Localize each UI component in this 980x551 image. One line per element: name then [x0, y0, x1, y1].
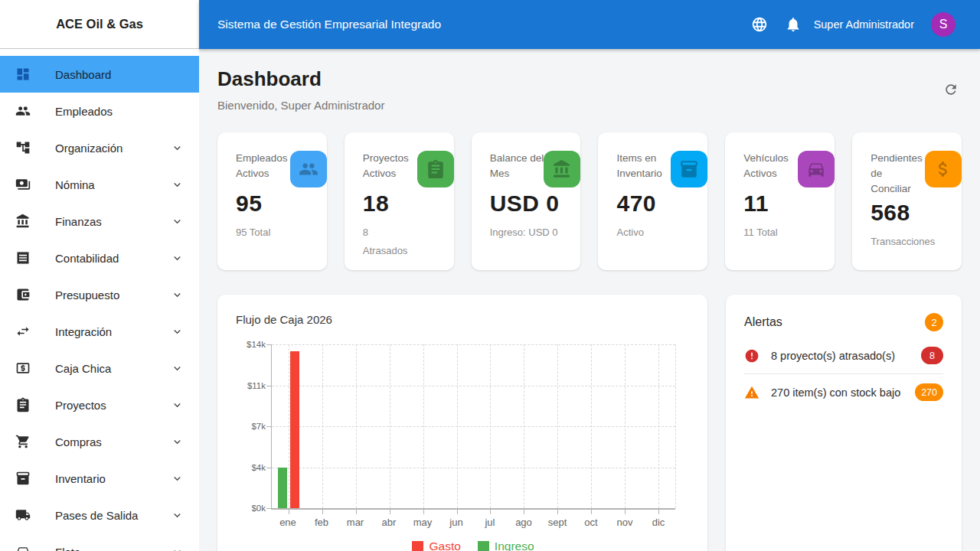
sidebar-item-label: Flota [55, 546, 171, 551]
alert-row[interactable]: 8 proyecto(s) atrasado(s)8 [744, 337, 943, 374]
car-icon [798, 151, 835, 187]
sidebar-item-integracion[interactable]: Integración [0, 313, 199, 350]
chevron-down-icon [171, 546, 184, 551]
refresh-button[interactable] [940, 79, 962, 100]
cart-icon [15, 434, 31, 449]
car-icon [15, 544, 31, 551]
wallet-icon [15, 287, 31, 302]
sidebar-item-caja-chica[interactable]: Caja Chica [0, 350, 199, 386]
x-tick-label: jul [473, 517, 507, 528]
stat-subtitle: Activo [616, 223, 707, 242]
chevron-down-icon [171, 178, 184, 191]
sidebar-item-contabilidad[interactable]: Contabilidad [0, 240, 199, 276]
sidebar-item-nomina[interactable]: Nómina [0, 166, 199, 203]
x-tick-mark [557, 510, 558, 514]
sidebar-item-inventario[interactable]: Inventario [0, 460, 199, 497]
language-icon[interactable] [751, 16, 768, 33]
sidebar-item-flota[interactable]: Flota [0, 533, 199, 551]
chevron-down-icon [171, 435, 184, 448]
alerts-header: Alertas 2 [744, 313, 943, 331]
sidebar-item-label: Nómina [55, 178, 171, 191]
x-tick-mark [390, 510, 390, 514]
sidebar-item-label: Compras [55, 435, 171, 448]
chevron-down-icon [171, 289, 184, 302]
sidebar-item-label: Integración [55, 325, 171, 338]
legend-swatch [412, 541, 423, 551]
chevron-down-icon [171, 472, 184, 485]
x-tick-label: nov [608, 517, 642, 528]
user-name[interactable]: Super Administrador [814, 18, 914, 31]
people-icon [15, 103, 31, 119]
y-tick-label: $7k [251, 422, 266, 431]
org-tree-icon [15, 140, 31, 155]
alerts-count-badge: 2 [925, 313, 943, 331]
x-tick-label: sept [541, 517, 574, 528]
sidebar-item-proyectos[interactable]: Proyectos [0, 386, 199, 423]
x-tick-mark [524, 510, 524, 514]
stat-card-pendientes-de-conciliar: Pendientes de Conciliar568Transacciones [852, 132, 962, 270]
stat-value: USD 0 [490, 191, 581, 217]
notifications-icon [785, 16, 802, 33]
bar-group-may [407, 344, 440, 508]
x-tick-mark [289, 510, 289, 514]
chevron-down-icon [171, 215, 184, 228]
chevron-down-icon [171, 509, 184, 522]
cart-icon [15, 434, 31, 449]
x-tick-mark [591, 510, 592, 514]
x-tick-label: jun [439, 517, 473, 528]
cash-box-icon [15, 360, 31, 376]
y-tick-mark [266, 508, 271, 509]
refresh-icon [943, 82, 959, 97]
sidebar-item-empleados[interactable]: Empleados [0, 93, 199, 129]
stat-card-empleados-activos: Empleados Activos9595 Total [217, 132, 327, 270]
chart-card: Flujo de Caja 2026 $14k$11k$7k$4k$0k ene… [217, 295, 707, 551]
x-tick-label: mar [338, 517, 372, 528]
alert-row[interactable]: 270 item(s) con stock bajo270 [744, 374, 943, 410]
x-tick-mark [490, 510, 491, 514]
notifications-icon[interactable] [785, 16, 802, 33]
stat-title: Pendientes de Conciliar [871, 151, 925, 197]
sidebar-item-dashboard[interactable]: Dashboard [0, 56, 199, 93]
legend-item-gasto[interactable]: Gasto [412, 540, 460, 551]
sidebar-item-label: Pases de Salida [55, 509, 171, 522]
x-tick-label: dic [642, 517, 675, 528]
alert-count-badge: 270 [915, 383, 943, 401]
chevron-down-icon [171, 509, 184, 522]
x-tick-mark [423, 510, 424, 514]
stat-card-balance-del-mes: Balance del MesUSD 0Ingreso: USD 0 [472, 132, 581, 270]
clipboard-icon [426, 159, 446, 179]
legend-label: Gasto [429, 540, 460, 551]
stat-subtitle: 11 Total [743, 223, 835, 242]
sidebar-item-presupuesto[interactable]: Presupuesto [0, 276, 199, 313]
dollar-icon [925, 151, 962, 187]
chevron-down-icon [171, 325, 184, 338]
bar-group-nov [608, 344, 642, 508]
sidebar: ACE Oil & Gas DashboardEmpleadosOrganiza… [0, 0, 199, 551]
stat-title: Balance del Mes [490, 151, 544, 181]
stat-subtitle: Ingreso: USD 0 [490, 223, 581, 242]
dollar-icon [933, 159, 953, 179]
main-column: Sistema de Gestión Empresarial Integrado… [199, 0, 980, 551]
warning-icon [744, 385, 760, 400]
stat-value: 470 [616, 191, 707, 217]
car-icon [15, 544, 31, 551]
sidebar-item-finanzas[interactable]: Finanzas [0, 203, 199, 240]
error-icon [744, 348, 760, 364]
sidebar-item-pases-de-salida[interactable]: Pases de Salida [0, 497, 199, 533]
sidebar-item-organizacion[interactable]: Organización [0, 129, 199, 166]
y-tick-mark [266, 468, 271, 468]
x-tick-label: ago [507, 517, 541, 528]
stat-title: Items en Inventario [616, 151, 671, 181]
cash-box-icon [15, 360, 31, 376]
stat-card-vehiculos-activos: Vehículos Activos1111 Total [725, 132, 835, 270]
x-tick-label: may [406, 517, 439, 528]
panels: Flujo de Caja 2026 $14k$11k$7k$4k$0k ene… [217, 295, 962, 551]
x-tick-mark [356, 510, 357, 514]
sidebar-item-compras[interactable]: Compras [0, 423, 199, 460]
car-icon [806, 159, 826, 179]
x-tick-mark [457, 510, 458, 514]
stat-value: 18 [363, 191, 454, 217]
people-icon [15, 103, 31, 119]
legend-item-ingreso[interactable]: Ingreso [478, 540, 534, 551]
avatar[interactable]: S [931, 12, 956, 37]
